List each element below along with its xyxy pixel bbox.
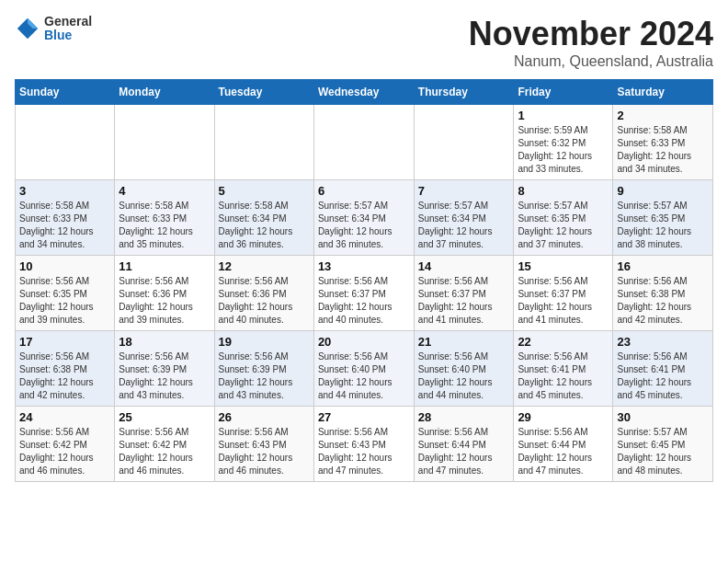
header-row: SundayMondayTuesdayWednesdayThursdayFrid… bbox=[16, 80, 713, 105]
header-day: Sunday bbox=[16, 80, 115, 105]
calendar-week-row: 24Sunrise: 5:56 AM Sunset: 6:42 PM Dayli… bbox=[16, 407, 713, 482]
day-info: Sunrise: 5:56 AM Sunset: 6:37 PM Dayligh… bbox=[318, 275, 410, 327]
day-info: Sunrise: 5:57 AM Sunset: 6:45 PM Dayligh… bbox=[617, 426, 709, 477]
calendar-cell: 29Sunrise: 5:56 AM Sunset: 6:44 PM Dayli… bbox=[514, 407, 613, 482]
day-number: 18 bbox=[119, 335, 210, 349]
calendar-cell: 24Sunrise: 5:56 AM Sunset: 6:42 PM Dayli… bbox=[16, 407, 115, 482]
day-info: Sunrise: 5:56 AM Sunset: 6:36 PM Dayligh… bbox=[119, 275, 210, 327]
day-number: 28 bbox=[418, 410, 510, 424]
calendar-cell: 25Sunrise: 5:56 AM Sunset: 6:42 PM Dayli… bbox=[115, 407, 214, 482]
calendar-cell: 17Sunrise: 5:56 AM Sunset: 6:38 PM Dayli… bbox=[16, 331, 115, 407]
day-info: Sunrise: 5:57 AM Sunset: 6:35 PM Dayligh… bbox=[617, 200, 709, 251]
logo-general: General bbox=[44, 15, 92, 29]
day-number: 20 bbox=[318, 335, 410, 349]
calendar-cell: 15Sunrise: 5:56 AM Sunset: 6:37 PM Dayli… bbox=[514, 256, 613, 331]
calendar-week-row: 17Sunrise: 5:56 AM Sunset: 6:38 PM Dayli… bbox=[16, 331, 713, 407]
day-number: 3 bbox=[19, 184, 110, 198]
calendar-cell: 9Sunrise: 5:57 AM Sunset: 6:35 PM Daylig… bbox=[613, 180, 713, 256]
day-number: 12 bbox=[219, 259, 310, 273]
calendar-cell: 7Sunrise: 5:57 AM Sunset: 6:34 PM Daylig… bbox=[414, 180, 514, 256]
day-info: Sunrise: 5:58 AM Sunset: 6:33 PM Dayligh… bbox=[119, 200, 210, 251]
calendar-cell: 5Sunrise: 5:58 AM Sunset: 6:34 PM Daylig… bbox=[214, 180, 313, 256]
day-number: 11 bbox=[119, 259, 210, 273]
calendar-cell: 1Sunrise: 5:59 AM Sunset: 6:32 PM Daylig… bbox=[514, 105, 613, 180]
day-info: Sunrise: 5:56 AM Sunset: 6:42 PM Dayligh… bbox=[119, 426, 210, 477]
day-number: 19 bbox=[219, 335, 310, 349]
day-info: Sunrise: 5:56 AM Sunset: 6:39 PM Dayligh… bbox=[119, 350, 210, 402]
calendar-cell: 13Sunrise: 5:56 AM Sunset: 6:37 PM Dayli… bbox=[313, 256, 414, 331]
day-number: 25 bbox=[119, 410, 210, 424]
day-info: Sunrise: 5:56 AM Sunset: 6:41 PM Dayligh… bbox=[617, 350, 709, 402]
day-number: 27 bbox=[318, 410, 410, 424]
day-number: 21 bbox=[418, 335, 510, 349]
day-number: 17 bbox=[19, 335, 110, 349]
calendar-cell: 6Sunrise: 5:57 AM Sunset: 6:34 PM Daylig… bbox=[313, 180, 414, 256]
calendar-cell: 10Sunrise: 5:56 AM Sunset: 6:35 PM Dayli… bbox=[16, 256, 115, 331]
day-number: 9 bbox=[617, 184, 709, 198]
day-number: 5 bbox=[219, 184, 310, 198]
day-number: 6 bbox=[318, 184, 410, 198]
calendar-cell: 11Sunrise: 5:56 AM Sunset: 6:36 PM Dayli… bbox=[115, 256, 214, 331]
day-info: Sunrise: 5:58 AM Sunset: 6:33 PM Dayligh… bbox=[19, 200, 110, 251]
calendar-cell: 20Sunrise: 5:56 AM Sunset: 6:40 PM Dayli… bbox=[313, 331, 414, 407]
logo-blue: Blue bbox=[44, 29, 92, 42]
location-title: Nanum, Queensland, Australia bbox=[469, 53, 713, 70]
day-info: Sunrise: 5:57 AM Sunset: 6:34 PM Dayligh… bbox=[418, 200, 510, 251]
day-info: Sunrise: 5:56 AM Sunset: 6:39 PM Dayligh… bbox=[219, 350, 310, 402]
day-info: Sunrise: 5:56 AM Sunset: 6:40 PM Dayligh… bbox=[418, 350, 510, 402]
calendar-cell: 21Sunrise: 5:56 AM Sunset: 6:40 PM Dayli… bbox=[414, 331, 514, 407]
day-number: 4 bbox=[119, 184, 210, 198]
calendar-cell: 3Sunrise: 5:58 AM Sunset: 6:33 PM Daylig… bbox=[16, 180, 115, 256]
calendar-cell bbox=[414, 105, 514, 180]
day-number: 15 bbox=[518, 259, 609, 273]
calendar-cell: 14Sunrise: 5:56 AM Sunset: 6:37 PM Dayli… bbox=[414, 256, 514, 331]
calendar-week-row: 1Sunrise: 5:59 AM Sunset: 6:32 PM Daylig… bbox=[16, 105, 713, 180]
day-number: 26 bbox=[219, 410, 310, 424]
day-info: Sunrise: 5:56 AM Sunset: 6:42 PM Dayligh… bbox=[19, 426, 110, 477]
day-number: 13 bbox=[318, 259, 410, 273]
calendar-cell: 4Sunrise: 5:58 AM Sunset: 6:33 PM Daylig… bbox=[115, 180, 214, 256]
calendar-cell: 18Sunrise: 5:56 AM Sunset: 6:39 PM Dayli… bbox=[115, 331, 214, 407]
header-day: Thursday bbox=[414, 80, 514, 105]
day-number: 7 bbox=[418, 184, 510, 198]
logo: General Blue bbox=[15, 15, 92, 43]
calendar-cell bbox=[115, 105, 214, 180]
calendar-cell: 16Sunrise: 5:56 AM Sunset: 6:38 PM Dayli… bbox=[613, 256, 713, 331]
header-day: Wednesday bbox=[313, 80, 414, 105]
calendar-cell: 2Sunrise: 5:58 AM Sunset: 6:33 PM Daylig… bbox=[613, 105, 713, 180]
calendar-cell: 12Sunrise: 5:56 AM Sunset: 6:36 PM Dayli… bbox=[214, 256, 313, 331]
calendar-week-row: 3Sunrise: 5:58 AM Sunset: 6:33 PM Daylig… bbox=[16, 180, 713, 256]
day-number: 22 bbox=[518, 335, 609, 349]
day-number: 2 bbox=[617, 109, 709, 122]
day-info: Sunrise: 5:56 AM Sunset: 6:40 PM Dayligh… bbox=[318, 350, 410, 402]
day-info: Sunrise: 5:56 AM Sunset: 6:36 PM Dayligh… bbox=[219, 275, 310, 327]
header-day: Tuesday bbox=[214, 80, 313, 105]
day-info: Sunrise: 5:58 AM Sunset: 6:34 PM Dayligh… bbox=[219, 200, 310, 251]
day-number: 23 bbox=[617, 335, 709, 349]
calendar-header: SundayMondayTuesdayWednesdayThursdayFrid… bbox=[16, 80, 713, 105]
calendar-cell: 27Sunrise: 5:56 AM Sunset: 6:43 PM Dayli… bbox=[313, 407, 414, 482]
calendar-cell: 28Sunrise: 5:56 AM Sunset: 6:44 PM Dayli… bbox=[414, 407, 514, 482]
day-info: Sunrise: 5:56 AM Sunset: 6:37 PM Dayligh… bbox=[518, 275, 609, 327]
day-info: Sunrise: 5:56 AM Sunset: 6:43 PM Dayligh… bbox=[219, 426, 310, 477]
logo-text: General Blue bbox=[44, 15, 92, 43]
header-day: Saturday bbox=[613, 80, 713, 105]
header-day: Friday bbox=[514, 80, 613, 105]
day-number: 29 bbox=[518, 410, 609, 424]
day-info: Sunrise: 5:56 AM Sunset: 6:37 PM Dayligh… bbox=[418, 275, 510, 327]
day-number: 8 bbox=[518, 184, 609, 198]
calendar-cell bbox=[313, 105, 414, 180]
day-number: 16 bbox=[617, 259, 709, 273]
calendar-cell: 30Sunrise: 5:57 AM Sunset: 6:45 PM Dayli… bbox=[613, 407, 713, 482]
day-number: 24 bbox=[19, 410, 110, 424]
day-info: Sunrise: 5:58 AM Sunset: 6:33 PM Dayligh… bbox=[617, 124, 709, 176]
header-day: Monday bbox=[115, 80, 214, 105]
day-number: 14 bbox=[418, 259, 510, 273]
calendar-cell: 8Sunrise: 5:57 AM Sunset: 6:35 PM Daylig… bbox=[514, 180, 613, 256]
calendar-cell: 22Sunrise: 5:56 AM Sunset: 6:41 PM Dayli… bbox=[514, 331, 613, 407]
day-info: Sunrise: 5:56 AM Sunset: 6:44 PM Dayligh… bbox=[518, 426, 609, 477]
month-title: November 2024 bbox=[469, 15, 713, 53]
calendar-table: SundayMondayTuesdayWednesdayThursdayFrid… bbox=[15, 79, 713, 482]
logo-icon bbox=[15, 16, 40, 41]
calendar-week-row: 10Sunrise: 5:56 AM Sunset: 6:35 PM Dayli… bbox=[16, 256, 713, 331]
